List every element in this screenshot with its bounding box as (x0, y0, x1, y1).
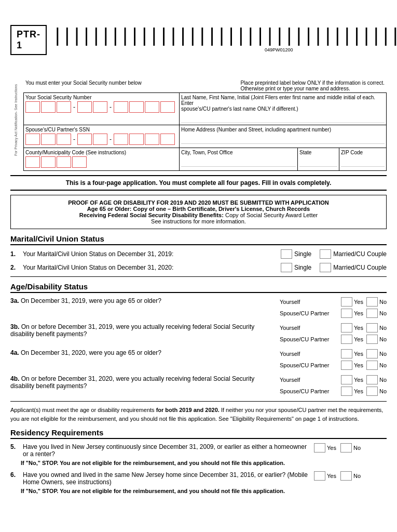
q2-single-option: Single (281, 263, 311, 272)
q4a-yourself-no: No (366, 349, 387, 358)
q4b-yourself-no-checkbox[interactable] (366, 375, 378, 384)
q3a-spouse-no-label: No (379, 310, 387, 316)
county-boxes (25, 156, 177, 168)
spouse-ssn-box-8[interactable] (145, 134, 159, 145)
proof-section: PROOF OF AGE OR DISABILITY FOR 2019 AND … (10, 195, 387, 229)
ssn-box-7[interactable] (129, 101, 144, 113)
q4a-yourself-no-checkbox[interactable] (366, 349, 378, 358)
q2-married-label: Married/CU Couple (333, 264, 387, 271)
spouse-ssn-box-3[interactable] (57, 134, 71, 145)
q4b-number: 4b. (10, 375, 19, 382)
ssn-box-3[interactable] (57, 101, 71, 113)
q1-single-option: Single (281, 249, 311, 259)
q3b-yourself-label: Yourself (280, 325, 337, 331)
q2-single-checkbox[interactable] (281, 263, 292, 272)
spouse-ssn-box-1[interactable] (25, 134, 40, 145)
q6-no-checkbox[interactable] (340, 471, 352, 481)
last-name-input[interactable] (181, 113, 385, 123)
county-label: County/Municipality Code (See instructio… (25, 150, 177, 155)
q3b-yourself-yes: Yes (341, 323, 363, 332)
q2-single-label: Single (294, 264, 311, 271)
spouse-ssn-box-7[interactable] (129, 134, 144, 145)
q1-married-label: Married/CU Couple (333, 250, 387, 258)
q6-yes-checkbox[interactable] (314, 471, 325, 481)
marital-q1: 1. Your Marital/Civil Union Status on De… (10, 249, 387, 259)
personal-info-section: For Privacy Act Notification- See Instru… (23, 92, 387, 171)
spouse-ssn-box-6[interactable] (114, 134, 128, 145)
q4b-spouse-yes-checkbox[interactable] (341, 387, 352, 396)
q4b-text: On or before December 31, 2020, were you… (10, 375, 254, 390)
q4a-spouse-no: No (366, 361, 387, 370)
spouse-ssn-box-2[interactable] (41, 134, 56, 145)
q3a-spouse-row: Spouse/CU Partner Yes No (280, 309, 387, 318)
q3a-yourself-no-checkbox[interactable] (366, 297, 378, 307)
ssn-box-5[interactable] (93, 101, 107, 113)
q3a-spouse-yes-checkbox[interactable] (341, 309, 352, 318)
q1-married-option: Married/CU Couple (320, 249, 387, 259)
spouse-ssn-box-4[interactable] (77, 134, 92, 145)
q3b-number: 3b. (10, 323, 19, 330)
q3b-yourself-no-checkbox[interactable] (366, 323, 378, 332)
last-name-label: Last Name, First Name, Initial (Joint Fi… (181, 95, 385, 112)
q3a-spouse-no-checkbox[interactable] (366, 309, 378, 318)
q4a-spouse-yes-checkbox[interactable] (341, 361, 352, 370)
q2-married-checkbox[interactable] (320, 263, 331, 272)
q3b-right: Yourself Yes No Spouse/CU Partner Yes (280, 323, 387, 344)
ssn-label: Your Social Security Number (25, 95, 177, 100)
q3b-spouse-yes-checkbox[interactable] (341, 335, 352, 344)
residency-q6: 6. Have you owned and lived in the same … (10, 471, 387, 494)
county-box-3[interactable] (57, 156, 71, 168)
q3a-yourself-yes: Yes (341, 297, 363, 307)
zip-area: ZIP Code (339, 148, 386, 170)
ssn-box-1[interactable] (25, 101, 40, 113)
q2-text: Your Marital/Civil Union Status on Decem… (23, 264, 277, 271)
q1-options: Single Married/CU Couple (281, 249, 387, 259)
q4a-spouse-no-checkbox[interactable] (366, 361, 378, 370)
q4b-yourself-yes-checkbox[interactable] (341, 375, 352, 384)
form-id: PTR-1 (10, 25, 47, 55)
state-input[interactable] (299, 156, 337, 167)
q1-single-checkbox[interactable] (281, 249, 292, 259)
q3a-spouse-yes: Yes (341, 309, 363, 318)
q3b-spouse-yn: Yes No (341, 335, 387, 344)
q5-no-checkbox[interactable] (340, 443, 352, 453)
city-input[interactable] (181, 156, 296, 167)
county-box-4[interactable] (72, 156, 87, 168)
q4b-spouse-no-checkbox[interactable] (366, 387, 378, 396)
q1-single-label: Single (294, 250, 311, 258)
q3b-spouse-label: Spouse/CU Partner (280, 336, 337, 342)
q6-number: 6. (10, 471, 19, 478)
q3b-spouse-no-checkbox[interactable] (366, 335, 378, 344)
q3b-yourself-yes-checkbox[interactable] (341, 323, 352, 332)
q5-no: No (340, 443, 361, 453)
home-address-area: Home Address (Number and Street, includi… (180, 125, 386, 148)
q4a-yourself-yes-checkbox[interactable] (341, 349, 352, 358)
age-info-paragraph: Applicant(s) must meet the age or disabi… (10, 401, 387, 423)
q5-yes-checkbox[interactable] (314, 443, 325, 453)
q1-married-checkbox[interactable] (320, 249, 331, 259)
home-address-input[interactable] (181, 134, 385, 144)
q6-no: No (340, 471, 361, 481)
residency-section-header: Residency Requirements (10, 428, 387, 439)
county-box-2[interactable] (41, 156, 56, 168)
q2-married-option: Married/CU Couple (320, 263, 387, 272)
ssn-box-2[interactable] (41, 101, 56, 113)
last-name-area: Last Name, First Name, Initial (Joint Fi… (180, 93, 386, 125)
ssn-box-4[interactable] (77, 101, 92, 113)
zip-input[interactable] (341, 156, 385, 167)
spouse-ssn-box-9[interactable] (160, 134, 175, 145)
county-box-1[interactable] (25, 156, 40, 168)
q4a-yourself-row: Yourself Yes No (280, 349, 387, 358)
age-q4a: 4a. On December 31, 2020, were you age 6… (10, 349, 387, 370)
barcode-area: ||||||||||||||||||||||||||||||||||||||||… (52, 28, 397, 52)
privacy-label: For Privacy Act Notification- See Instru… (14, 84, 18, 156)
ssn-box-9[interactable] (160, 101, 175, 113)
ssn-box-8[interactable] (145, 101, 159, 113)
q3a-yourself-yes-checkbox[interactable] (341, 297, 352, 307)
q4b-yourself-row: Yourself Yes No (280, 375, 387, 384)
spouse-ssn-box-5[interactable] (93, 134, 107, 145)
q6-answers: Yes No (314, 471, 387, 481)
q3a-left: 3a. On December 31, 2019, were you age 6… (10, 297, 276, 318)
ssn-box-6[interactable] (114, 101, 128, 113)
q6-row: 6. Have you owned and lived in the same … (10, 471, 387, 486)
